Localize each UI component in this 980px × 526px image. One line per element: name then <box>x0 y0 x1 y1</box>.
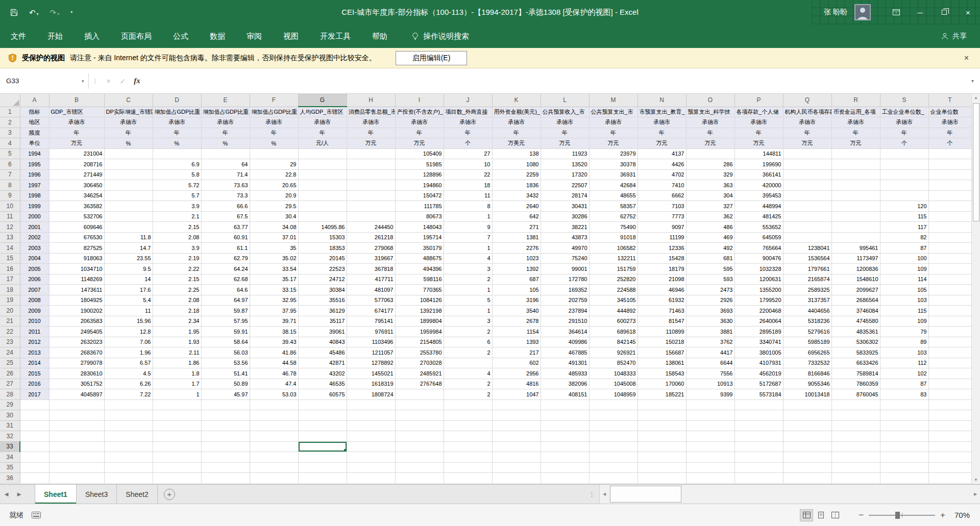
cell-i6[interactable]: 51985 <box>395 159 444 170</box>
cancel-button[interactable]: × <box>102 77 116 85</box>
cell-i35[interactable] <box>395 462 444 473</box>
cell-h4[interactable]: 万元 <box>347 138 395 149</box>
cell-g9[interactable] <box>298 190 347 201</box>
cell-r28[interactable]: 8760045 <box>831 389 880 400</box>
cell-b8[interactable]: 306450 <box>49 180 104 191</box>
cell-l17[interactable]: 172780 <box>541 274 589 285</box>
cell-h1[interactable]: 消费品零售总额_市 <box>347 107 395 117</box>
close-button[interactable]: × <box>956 0 980 24</box>
cell-k15[interactable]: 1023 <box>492 253 541 264</box>
cell-f4[interactable]: % <box>250 138 298 149</box>
cell-t33[interactable] <box>928 441 971 452</box>
cell-f36[interactable] <box>250 473 298 484</box>
cell-s25[interactable]: 112 <box>880 358 928 368</box>
cell-b3[interactable]: 年 <box>49 128 104 138</box>
cell-t27[interactable] <box>928 379 971 389</box>
cell-c22[interactable]: 12.8 <box>104 327 153 337</box>
cell-k2[interactable]: 承德市 <box>492 117 541 128</box>
cell-a17[interactable]: 2006 <box>20 274 49 285</box>
row-header-23[interactable]: 23 <box>0 337 20 347</box>
cell-p29[interactable] <box>734 399 783 410</box>
cell-o34[interactable] <box>686 452 734 463</box>
cell-f16[interactable]: 33.54 <box>250 264 298 274</box>
cell-e15[interactable]: 62.79 <box>201 253 250 264</box>
cell-j15[interactable]: 4 <box>444 253 492 264</box>
row-header-26[interactable]: 26 <box>0 368 20 379</box>
cell-a3[interactable]: 频度 <box>20 128 49 138</box>
cell-c34[interactable] <box>104 452 153 463</box>
cell-b36[interactable] <box>49 473 104 484</box>
cell-p33[interactable] <box>734 441 783 452</box>
cell-h28[interactable]: 1808724 <box>347 389 395 400</box>
cell-g5[interactable] <box>298 148 347 159</box>
cell-s9[interactable] <box>880 190 928 201</box>
cell-r16[interactable]: 1200836 <box>831 264 880 274</box>
cell-p4[interactable]: 万元 <box>734 138 783 149</box>
ribbon-tab-home[interactable]: 开始 <box>37 24 74 48</box>
cell-e17[interactable]: 62.68 <box>201 274 250 285</box>
ribbon-tab-view[interactable]: 视图 <box>273 24 309 48</box>
cell-r19[interactable]: 2686564 <box>831 295 880 306</box>
cell-q10[interactable] <box>783 201 831 212</box>
cell-i31[interactable] <box>395 420 444 431</box>
cell-g25[interactable]: 42871 <box>298 358 347 368</box>
cell-c24[interactable]: 1.96 <box>104 347 153 358</box>
cell-d30[interactable] <box>153 410 201 421</box>
cell-o6[interactable]: 286 <box>686 159 734 170</box>
enable-editing-button[interactable]: 启用编辑(E) <box>396 51 468 65</box>
column-header-r[interactable]: R <box>831 94 880 107</box>
cell-b32[interactable] <box>49 431 104 442</box>
page-break-view-button[interactable] <box>828 509 842 521</box>
cell-l34[interactable] <box>541 452 589 463</box>
row-header-16[interactable]: 16 <box>0 264 20 274</box>
cell-a4[interactable]: 单位 <box>20 138 49 149</box>
cell-s33[interactable] <box>880 441 928 452</box>
row-header-10[interactable]: 10 <box>0 201 20 212</box>
sheet-tab-sheet2[interactable]: Sheet2 <box>117 485 157 504</box>
sheet-tab-sheet1[interactable]: Sheet1 <box>35 485 77 504</box>
cell-e32[interactable] <box>201 431 250 442</box>
cell-r18[interactable]: 2099627 <box>831 285 880 295</box>
cell-s2[interactable]: 承德市 <box>880 117 928 128</box>
cell-i11[interactable]: 80673 <box>395 211 444 222</box>
cell-j13[interactable]: 7 <box>444 232 492 243</box>
cell-n16[interactable]: 18179 <box>638 264 686 274</box>
cell-r14[interactable]: 995461 <box>831 243 880 254</box>
cell-h25[interactable]: 1278892 <box>347 358 395 368</box>
cell-d14[interactable]: 3.9 <box>153 243 201 254</box>
cell-n33[interactable] <box>638 441 686 452</box>
cell-l22[interactable]: 364614 <box>541 327 589 337</box>
cell-r2[interactable]: 承德市 <box>831 117 880 128</box>
column-header-g[interactable]: G <box>298 94 347 107</box>
cell-l14[interactable]: 49970 <box>541 243 589 254</box>
cell-p12[interactable]: 553652 <box>734 222 783 233</box>
cell-a15[interactable]: 2004 <box>20 253 49 264</box>
cell-p15[interactable]: 900476 <box>734 253 783 264</box>
formula-bar-drag-handle[interactable]: ⋮ <box>89 77 102 85</box>
cell-c16[interactable]: 9.5 <box>104 264 153 274</box>
minimize-button[interactable]: ─ <box>908 0 932 24</box>
cell-f11[interactable]: 30.4 <box>250 211 298 222</box>
cell-s21[interactable]: 109 <box>880 316 928 327</box>
cell-m9[interactable]: 48655 <box>589 190 638 201</box>
cell-g28[interactable]: 60575 <box>298 389 347 400</box>
row-header-4[interactable]: 4 <box>0 138 20 149</box>
cell-k23[interactable]: 1393 <box>492 337 541 347</box>
cell-d16[interactable]: 2.22 <box>153 264 201 274</box>
cell-n17[interactable]: 21098 <box>638 274 686 285</box>
cell-m28[interactable]: 1048959 <box>589 389 638 400</box>
cell-m13[interactable]: 91018 <box>589 232 638 243</box>
cell-q25[interactable]: 7332532 <box>783 358 831 368</box>
cell-a8[interactable]: 1997 <box>20 180 49 191</box>
cell-h18[interactable]: 481097 <box>347 285 395 295</box>
cell-p31[interactable] <box>734 420 783 431</box>
cell-c8[interactable] <box>104 180 153 191</box>
cell-l29[interactable] <box>541 399 589 410</box>
cell-q33[interactable] <box>783 441 831 452</box>
cell-o27[interactable]: 10913 <box>686 379 734 389</box>
row-header-31[interactable]: 31 <box>0 420 20 431</box>
cell-d31[interactable] <box>153 420 201 431</box>
cell-n7[interactable]: 4702 <box>638 169 686 180</box>
cell-e24[interactable]: 56.03 <box>201 347 250 358</box>
cell-j25[interactable] <box>444 358 492 368</box>
